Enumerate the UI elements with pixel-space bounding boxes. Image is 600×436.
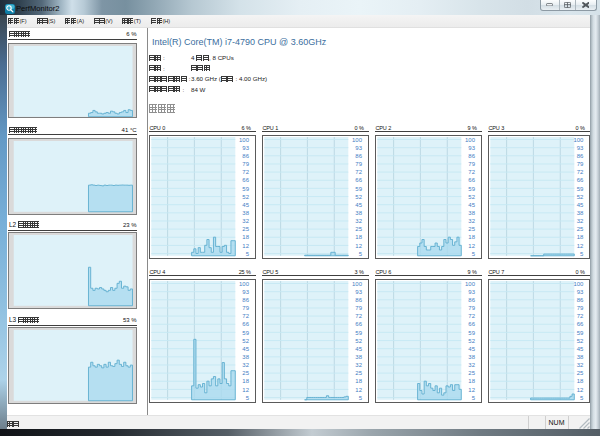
svg-text:25: 25	[469, 371, 476, 377]
svg-text:45: 45	[356, 346, 363, 352]
svg-text:93: 93	[243, 145, 250, 151]
svg-text:79: 79	[577, 161, 584, 167]
svg-text:18: 18	[469, 235, 476, 241]
svg-text:5: 5	[472, 251, 476, 257]
svg-text:86: 86	[356, 297, 363, 303]
svg-text:32: 32	[469, 362, 476, 368]
svg-text:66: 66	[577, 178, 584, 184]
svg-text:18: 18	[243, 379, 250, 385]
svg-text:93: 93	[577, 289, 584, 295]
svg-text:12: 12	[243, 243, 250, 249]
svg-text:18: 18	[356, 235, 363, 241]
svg-text:86: 86	[243, 153, 250, 159]
svg-text:25: 25	[356, 227, 363, 233]
svg-text:38: 38	[356, 354, 363, 360]
svg-text:86: 86	[469, 153, 476, 159]
svg-text:32: 32	[356, 362, 363, 368]
svg-text:66: 66	[356, 178, 363, 184]
svg-text:72: 72	[243, 169, 250, 175]
svg-text:32: 32	[577, 218, 584, 224]
svg-text:45: 45	[469, 202, 476, 208]
svg-text:59: 59	[243, 330, 250, 336]
svg-text:18: 18	[577, 379, 584, 385]
svg-text:100: 100	[465, 137, 476, 143]
svg-text:72: 72	[243, 313, 250, 319]
svg-text:86: 86	[356, 153, 363, 159]
svg-text:79: 79	[469, 305, 476, 311]
svg-text:45: 45	[243, 346, 250, 352]
svg-text:79: 79	[577, 305, 584, 311]
svg-text:79: 79	[469, 161, 476, 167]
svg-text:12: 12	[243, 387, 250, 393]
svg-text:72: 72	[356, 169, 363, 175]
svg-text:32: 32	[356, 218, 363, 224]
svg-text:59: 59	[577, 186, 584, 192]
svg-text:45: 45	[243, 202, 250, 208]
svg-text:25: 25	[469, 227, 476, 233]
svg-text:38: 38	[356, 210, 363, 216]
svg-text:72: 72	[469, 313, 476, 319]
svg-text:86: 86	[577, 297, 584, 303]
svg-text:100: 100	[352, 137, 363, 143]
svg-text:5: 5	[246, 395, 250, 401]
svg-text:25: 25	[243, 227, 250, 233]
svg-text:38: 38	[577, 210, 584, 216]
svg-text:12: 12	[577, 387, 584, 393]
svg-text:25: 25	[356, 371, 363, 377]
svg-text:79: 79	[356, 305, 363, 311]
svg-text:12: 12	[469, 387, 476, 393]
svg-text:18: 18	[469, 379, 476, 385]
svg-text:86: 86	[243, 297, 250, 303]
svg-text:66: 66	[356, 322, 363, 328]
svg-text:86: 86	[577, 153, 584, 159]
svg-text:59: 59	[577, 330, 584, 336]
svg-text:5: 5	[359, 251, 363, 257]
svg-text:5: 5	[580, 395, 584, 401]
svg-text:45: 45	[356, 202, 363, 208]
svg-text:5: 5	[359, 395, 363, 401]
svg-text:18: 18	[356, 379, 363, 385]
svg-text:59: 59	[469, 186, 476, 192]
svg-text:38: 38	[243, 354, 250, 360]
svg-text:79: 79	[356, 161, 363, 167]
svg-text:72: 72	[356, 313, 363, 319]
svg-text:100: 100	[352, 281, 363, 287]
svg-text:93: 93	[577, 145, 584, 151]
svg-text:18: 18	[243, 235, 250, 241]
svg-text:38: 38	[469, 354, 476, 360]
svg-text:79: 79	[243, 305, 250, 311]
svg-text:45: 45	[577, 202, 584, 208]
svg-text:100: 100	[465, 281, 476, 287]
svg-text:12: 12	[356, 243, 363, 249]
svg-text:52: 52	[577, 194, 584, 200]
svg-text:32: 32	[243, 218, 250, 224]
svg-text:52: 52	[356, 194, 363, 200]
svg-text:72: 72	[577, 313, 584, 319]
svg-text:52: 52	[243, 194, 250, 200]
svg-text:59: 59	[356, 330, 363, 336]
svg-text:100: 100	[574, 137, 585, 143]
svg-text:52: 52	[469, 338, 476, 344]
svg-text:59: 59	[243, 186, 250, 192]
svg-text:52: 52	[577, 338, 584, 344]
svg-text:45: 45	[577, 346, 584, 352]
svg-text:93: 93	[356, 145, 363, 151]
svg-text:100: 100	[574, 281, 585, 287]
svg-text:5: 5	[472, 395, 476, 401]
svg-text:79: 79	[243, 161, 250, 167]
svg-text:45: 45	[469, 346, 476, 352]
svg-text:5: 5	[580, 251, 584, 257]
svg-text:59: 59	[469, 330, 476, 336]
svg-text:59: 59	[356, 186, 363, 192]
svg-text:32: 32	[577, 362, 584, 368]
svg-text:100: 100	[239, 137, 250, 143]
svg-text:12: 12	[356, 387, 363, 393]
svg-text:93: 93	[356, 289, 363, 295]
svg-text:32: 32	[469, 218, 476, 224]
svg-text:93: 93	[243, 289, 250, 295]
svg-text:52: 52	[243, 338, 250, 344]
svg-text:100: 100	[239, 281, 250, 287]
svg-text:12: 12	[469, 243, 476, 249]
svg-text:66: 66	[577, 322, 584, 328]
svg-text:18: 18	[577, 235, 584, 241]
